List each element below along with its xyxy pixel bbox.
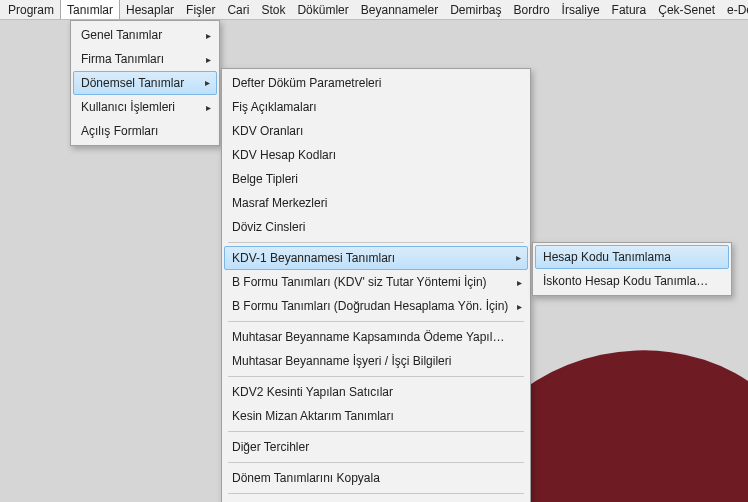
menu-item-label: Genel Tanımlar [81,28,199,42]
menubar-item-program[interactable]: Program [2,0,60,20]
menu-item[interactable]: Dönem Tanımlarını Kopyala [224,466,528,490]
menu-item-label: Firma Tanımları [81,52,199,66]
menubar-item-hesaplar[interactable]: Hesaplar [120,0,180,20]
menu-item[interactable]: Muhtasar Beyanname Kapsamında Ödeme Yapı… [224,325,528,349]
menu-item-label: Muhtasar Beyanname Kapsamında Ödeme Yapı… [232,330,510,344]
menu-separator [228,376,524,377]
menubar-item-dökümler[interactable]: Dökümler [291,0,354,20]
menu-separator [228,462,524,463]
menu-item-label: Defter Döküm Parametreleri [232,76,510,90]
menu-item-label: B Formu Tanımları (KDV' siz Tutar Yöntem… [232,275,510,289]
menu-item-label: Diğer Tercihler [232,440,510,454]
menubar-item-demirbaş[interactable]: Demirbaş [444,0,507,20]
menu-item[interactable]: Kullanıcı İşlemleri [73,95,217,119]
menu-item[interactable]: Defter Döküm Parametreleri [224,71,528,95]
menu-item[interactable]: Yeni Tip Rapor Ayarları [224,497,528,502]
menu-item-label: Dönemsel Tanımlar [81,72,199,94]
menu-separator [228,493,524,494]
menu-item-label: B Formu Tanımları (Doğrudan Hesaplama Yö… [232,299,510,313]
menu-item[interactable]: Genel Tanımlar [73,23,217,47]
dropdown-tanimlar: Genel TanımlarFirma TanımlarıDönemsel Ta… [70,20,220,146]
menubar-item-e-defter[interactable]: e-Defter [721,0,748,20]
menu-item-label: KDV Oranları [232,124,510,138]
menu-separator [228,431,524,432]
menu-item[interactable]: Belge Tipleri [224,167,528,191]
menu-item[interactable]: Dönemsel Tanımlar [73,71,217,95]
menu-item[interactable]: KDV Oranları [224,119,528,143]
menubar-item-stok[interactable]: Stok [255,0,291,20]
menu-item[interactable]: İskonto Hesap Kodu Tanımlama [535,269,729,293]
menu-item-label: Döviz Cinsleri [232,220,510,234]
menu-item-label: KDV Hesap Kodları [232,148,510,162]
menu-item[interactable]: Kesin Mizan Aktarım Tanımları [224,404,528,428]
menubar-item-cari[interactable]: Cari [221,0,255,20]
menu-item-label: Kesin Mizan Aktarım Tanımları [232,409,510,423]
menu-item[interactable]: Fiş Açıklamaları [224,95,528,119]
menu-item-label: Kullanıcı İşlemleri [81,100,199,114]
menu-separator [228,242,524,243]
menubar-item-çek-senet[interactable]: Çek-Senet [652,0,721,20]
menu-item[interactable]: Muhtasar Beyanname İşyeri / İşçi Bilgile… [224,349,528,373]
menu-item[interactable]: Masraf Merkezleri [224,191,528,215]
menu-item[interactable]: B Formu Tanımları (Doğrudan Hesaplama Yö… [224,294,528,318]
menubar-item-bordro[interactable]: Bordro [508,0,556,20]
menubar-item-tanımlar[interactable]: Tanımlar [60,0,120,19]
menu-item-label: İskonto Hesap Kodu Tanımlama [543,274,711,288]
menubar: ProgramTanımlarHesaplarFişlerCariStokDök… [0,0,748,20]
menu-item-label: Belge Tipleri [232,172,510,186]
menu-item-label: Açılış Formları [81,124,199,138]
menu-item-label: KDV2 Kesinti Yapılan Satıcılar [232,385,510,399]
dropdown-donemsel-tanimlar: Defter Döküm ParametreleriFiş Açıklamala… [221,68,531,502]
menu-item[interactable]: Döviz Cinsleri [224,215,528,239]
menubar-item-fatura[interactable]: Fatura [606,0,653,20]
menu-item-label: Masraf Merkezleri [232,196,510,210]
dropdown-kdv1-beyannamesi: Hesap Kodu Tanımlamaİskonto Hesap Kodu T… [532,242,732,296]
menu-item[interactable]: KDV-1 Beyannamesi Tanımları [224,246,528,270]
menu-item-label: Hesap Kodu Tanımlama [543,246,711,268]
menu-item[interactable]: Diğer Tercihler [224,435,528,459]
menu-item[interactable]: Hesap Kodu Tanımlama [535,245,729,269]
menu-item-label: Dönem Tanımlarını Kopyala [232,471,510,485]
menu-separator [228,321,524,322]
menu-item-label: Fiş Açıklamaları [232,100,510,114]
menubar-item-i̇rsaliye[interactable]: İrsaliye [556,0,606,20]
menu-item[interactable]: B Formu Tanımları (KDV' siz Tutar Yöntem… [224,270,528,294]
menubar-item-beyannameler[interactable]: Beyannameler [355,0,444,20]
menu-item-label: KDV-1 Beyannamesi Tanımları [232,247,510,269]
menu-item[interactable]: KDV Hesap Kodları [224,143,528,167]
menu-item[interactable]: KDV2 Kesinti Yapılan Satıcılar [224,380,528,404]
menubar-item-fişler[interactable]: Fişler [180,0,221,20]
menu-item[interactable]: Açılış Formları [73,119,217,143]
menu-item[interactable]: Firma Tanımları [73,47,217,71]
menu-item-label: Muhtasar Beyanname İşyeri / İşçi Bilgile… [232,354,510,368]
